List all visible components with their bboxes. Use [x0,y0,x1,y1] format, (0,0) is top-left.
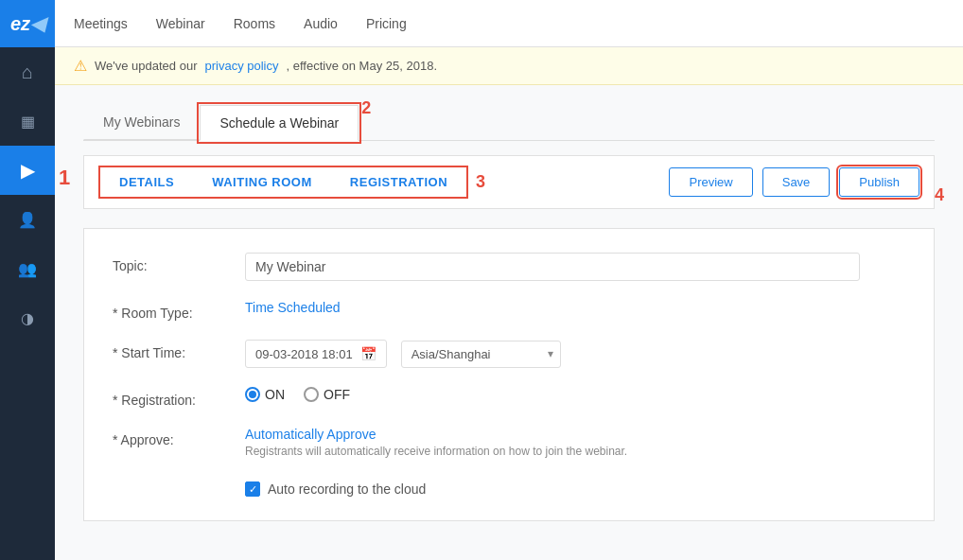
schedule-tab-label: Schedule a Webinar [219,115,339,131]
section-bar: DETAILS WAITING ROOM REGISTRATION 3 Prev… [83,155,935,209]
annotation-2: 2 [361,98,371,118]
inner-tab-registration[interactable]: REGISTRATION [331,167,466,197]
tab-my-webinars[interactable]: My Webinars [83,104,200,140]
save-button[interactable]: Save [762,167,831,197]
publish-button[interactable]: Publish [839,167,919,197]
preview-button[interactable]: Preview [669,167,752,197]
annotation-3: 3 [476,172,485,192]
auto-recording-row: Auto recording to the cloud [245,481,905,497]
sidebar-item-group[interactable]: 👥 [0,244,55,293]
nav-meetings[interactable]: Meetings [74,11,128,36]
approve-hint: Registrants will automatically receive i… [245,445,905,458]
notice-icon: ⚠ [74,57,87,75]
calendar-icon: ▦ [21,113,35,131]
form-row-recording: Auto recording to the cloud [113,477,905,497]
registration-value-wrapper: ON OFF [245,387,905,402]
sidebar-item-user[interactable]: 👤 [0,195,55,244]
sidebar: ez◀ ⌂ ▦ ▶ 👤 👥 ◑ [0,0,55,560]
notice-text-before: We've updated our [95,59,197,73]
tab-schedule-webinar[interactable]: Schedule a Webinar 2 [200,105,359,141]
video-icon: ▶ [21,159,35,182]
topic-label: Topic: [113,253,245,273]
inner-tabs: DETAILS WAITING ROOM REGISTRATION [98,166,468,199]
nav-rooms[interactable]: Rooms [234,11,275,36]
form-row-topic: Topic: [113,253,905,281]
datetime-input[interactable]: 09-03-2018 18:01 📅 [245,340,387,368]
form-section: Topic: * Room Type: Time Scheduled * Sta… [83,228,935,521]
top-navigation: Meetings Webinar Rooms Audio Pricing [55,0,963,47]
room-type-label: * Room Type: [113,300,245,321]
timezone-wrapper: Asia/Shanghai UTC America/New_York Ameri… [401,341,561,368]
logo-text: ez◀ [10,12,44,35]
nav-audio[interactable]: Audio [304,11,338,36]
start-time-label: * Start Time: [113,340,245,360]
form-row-room-type: * Room Type: Time Scheduled [113,300,905,321]
notice-bar: ⚠ We've updated our privacy policy , eff… [55,47,963,85]
radio-off[interactable]: OFF [304,387,350,402]
form-row-start-time: * Start Time: 09-03-2018 18:01 📅 Asia/Sh… [113,340,905,368]
room-type-value: Time Scheduled [245,300,341,315]
timezone-select[interactable]: Asia/Shanghai UTC America/New_York Ameri… [401,341,561,368]
privacy-policy-link[interactable]: privacy policy [204,59,278,73]
annotation-1: 1 [59,166,70,190]
main-content: Meetings Webinar Rooms Audio Pricing ⚠ W… [55,0,963,560]
inner-tab-details[interactable]: DETAILS [100,167,193,197]
form-row-registration: * Registration: ON OFF [113,387,905,408]
radio-group-registration: ON OFF [245,387,905,402]
radio-off-label: OFF [324,387,350,402]
main-tabs-row: My Webinars Schedule a Webinar 2 [83,104,935,141]
sidebar-item-home[interactable]: ⌂ [0,47,55,96]
sidebar-item-reports[interactable]: ◑ [0,293,55,342]
auto-recording-checkbox[interactable] [245,481,260,497]
group-icon: 👥 [18,260,37,278]
action-buttons: Preview Save Publish [669,167,934,197]
radio-on-label: ON [265,387,285,402]
topic-value-wrapper [245,253,905,281]
user-icon: 👤 [18,211,37,229]
approve-value: Automatically Approve [245,427,376,442]
nav-pricing[interactable]: Pricing [366,11,407,36]
notice-text-after: , effective on May 25, 2018. [287,59,437,73]
datetime-value: 09-03-2018 18:01 [255,347,353,361]
approve-value-wrapper: Automatically Approve Registrants will a… [245,427,905,458]
logo[interactable]: ez◀ [0,0,55,47]
approve-label: * Approve: [113,427,245,447]
radio-on-circle [245,387,260,402]
home-icon: ⌂ [22,61,33,83]
auto-recording-label: Auto recording to the cloud [268,481,426,497]
topic-input[interactable] [245,253,860,281]
nav-webinar[interactable]: Webinar [156,11,205,36]
annotation-4: 4 [935,185,944,205]
recording-value-wrapper: Auto recording to the cloud [245,477,905,497]
calendar-icon: 📅 [360,346,376,361]
datetime-row: 09-03-2018 18:01 📅 Asia/Shanghai UTC Ame… [245,340,905,368]
content-area: My Webinars Schedule a Webinar 2 DETAILS… [55,85,963,560]
inner-tab-waiting-room[interactable]: WAITING ROOM [193,167,331,197]
reports-icon: ◑ [21,309,34,327]
radio-on[interactable]: ON [245,387,285,402]
form-row-approve: * Approve: Automatically Approve Registr… [113,427,905,458]
sidebar-item-calendar[interactable]: ▦ [0,96,55,146]
sidebar-item-webinar[interactable]: ▶ [0,146,55,195]
start-time-value-wrapper: 09-03-2018 18:01 📅 Asia/Shanghai UTC Ame… [245,340,905,368]
registration-label: * Registration: [113,387,245,408]
radio-off-circle [304,387,319,402]
room-type-value-wrapper: Time Scheduled [245,300,905,315]
